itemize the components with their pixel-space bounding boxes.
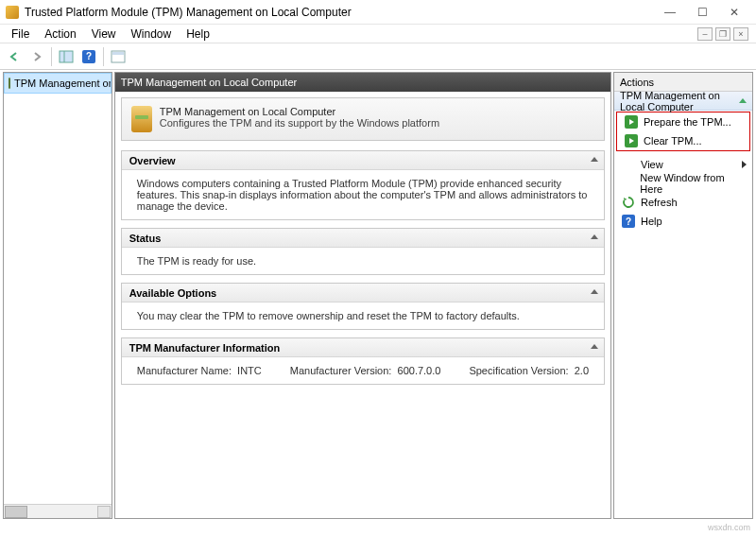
section-header-options[interactable]: Available Options <box>122 284 604 303</box>
collapse-caret-icon <box>591 289 598 294</box>
menu-action[interactable]: Action <box>37 26 83 43</box>
action-label: Refresh <box>641 197 678 208</box>
tpm-banner-icon <box>131 106 152 132</box>
spec-version-label: Specification Version: <box>469 365 568 376</box>
close-button[interactable]: ✕ <box>718 2 750 23</box>
title-bar: Trusted Platform Module (TPM) Management… <box>0 0 756 25</box>
mfr-version-value: 600.7.0.0 <box>398 365 441 376</box>
horizontal-scrollbar[interactable] <box>4 504 112 518</box>
section-body-status: The TPM is ready for use. <box>122 248 604 274</box>
section-header-manufacturer[interactable]: TPM Manufacturer Information <box>122 338 604 357</box>
section-status: Status The TPM is ready for use. <box>121 228 605 275</box>
minimize-button[interactable]: — <box>654 2 686 23</box>
action-label: View <box>641 159 663 170</box>
section-header-status[interactable]: Status <box>122 229 604 248</box>
tree-item-tpm-root[interactable]: TPM Management on Local Compu <box>4 73 112 94</box>
toolbar-separator <box>51 47 52 66</box>
properties-button[interactable] <box>108 46 129 67</box>
help-icon: ? <box>622 215 635 228</box>
maximize-button[interactable]: ☐ <box>686 2 718 23</box>
menu-bar: File Action View Window Help – ❐ × <box>0 25 756 43</box>
submenu-arrow-icon <box>742 161 747 168</box>
collapse-caret-icon <box>591 234 598 239</box>
collapse-caret-icon <box>591 157 598 162</box>
toolbar-separator <box>103 47 104 66</box>
section-manufacturer: TPM Manufacturer Information Manufacture… <box>121 337 605 385</box>
section-title: Status <box>129 233 162 244</box>
actions-group-label: TPM Management on Local Computer <box>620 90 747 112</box>
collapse-caret-icon <box>739 98 747 103</box>
menu-view[interactable]: View <box>84 26 124 43</box>
action-prepare-tpm[interactable]: Prepare the TPM... <box>617 112 749 131</box>
back-button[interactable] <box>4 46 25 67</box>
collapse-caret-icon <box>591 344 598 349</box>
section-body-overview: Windows computers containing a Trusted P… <box>122 170 604 219</box>
action-view[interactable]: View <box>614 155 752 174</box>
action-label: New Window from Here <box>640 172 745 195</box>
menu-window[interactable]: Window <box>124 26 180 43</box>
action-refresh[interactable]: Refresh <box>614 193 752 212</box>
action-clear-tpm[interactable]: Clear TPM... <box>617 131 749 150</box>
section-options: Available Options You may clear the TPM … <box>121 283 605 330</box>
app-icon <box>6 6 19 19</box>
actions-pane: Actions TPM Management on Local Computer… <box>613 72 753 519</box>
section-title: TPM Manufacturer Information <box>129 342 281 354</box>
banner-title: TPM Management on Local Computer <box>160 106 439 117</box>
tree-pane: TPM Management on Local Compu <box>3 72 112 519</box>
mdi-close-button[interactable]: × <box>733 27 748 41</box>
section-title: Available Options <box>129 287 217 299</box>
watermark: wsxdn.com <box>708 523 750 536</box>
banner-text: TPM Management on Local Computer Configu… <box>160 106 439 132</box>
mdi-restore-button[interactable]: ❐ <box>715 27 730 41</box>
scroll-thumb[interactable] <box>5 506 27 518</box>
arrow-right-icon <box>625 115 638 129</box>
help-icon: ? <box>82 50 95 63</box>
action-label: Help <box>641 216 662 227</box>
section-header-overview[interactable]: Overview <box>122 151 604 170</box>
show-hide-button[interactable] <box>56 46 77 67</box>
section-overview: Overview Windows computers containing a … <box>121 150 605 220</box>
section-body-manufacturer: Manufacturer Name: INTC Manufacturer Ver… <box>122 357 604 384</box>
actions-group-header[interactable]: TPM Management on Local Computer <box>614 92 752 111</box>
mfr-name-value: INTC <box>237 365 262 376</box>
window-controls: — ☐ ✕ <box>654 2 750 23</box>
refresh-icon <box>622 196 635 209</box>
section-title: Overview <box>129 155 176 166</box>
highlighted-actions: Prepare the TPM... Clear TPM... <box>616 112 750 151</box>
mdi-controls: – ❐ × <box>697 27 752 41</box>
svg-rect-0 <box>60 51 73 62</box>
mfr-version-label: Manufacturer Version: <box>290 365 392 376</box>
menu-help[interactable]: Help <box>179 26 217 43</box>
mfr-name-label: Manufacturer Name: <box>137 365 232 376</box>
arrow-right-icon <box>625 134 638 147</box>
scroll-track[interactable] <box>28 505 97 518</box>
banner: TPM Management on Local Computer Configu… <box>121 97 605 141</box>
window-title: Trusted Platform Module (TPM) Management… <box>25 6 654 19</box>
content-pane: TPM Management on Local Computer TPM Man… <box>114 72 611 519</box>
tree-item-label: TPM Management on Local Compu <box>14 78 112 89</box>
content-header: TPM Management on Local Computer <box>115 73 610 92</box>
action-help[interactable]: ? Help <box>614 212 752 231</box>
spec-version-value: 2.0 <box>575 365 589 376</box>
scroll-right-button[interactable] <box>97 506 111 518</box>
mdi-minimize-button[interactable]: – <box>697 27 713 41</box>
help-button[interactable]: ? <box>78 46 99 67</box>
section-body-options: You may clear the TPM to remove ownershi… <box>122 303 604 329</box>
forward-button[interactable] <box>26 46 47 67</box>
banner-description: Configures the TPM and its support by th… <box>160 117 439 129</box>
tpm-chip-icon <box>9 78 10 89</box>
menu-file[interactable]: File <box>4 26 37 43</box>
toolbar: ? <box>0 43 756 70</box>
svg-rect-3 <box>112 52 124 55</box>
action-label: Prepare the TPM... <box>644 116 731 128</box>
action-new-window[interactable]: New Window from Here <box>614 174 752 193</box>
action-label: Clear TPM... <box>644 135 702 147</box>
workspace: TPM Management on Local Compu TPM Manage… <box>0 70 756 521</box>
